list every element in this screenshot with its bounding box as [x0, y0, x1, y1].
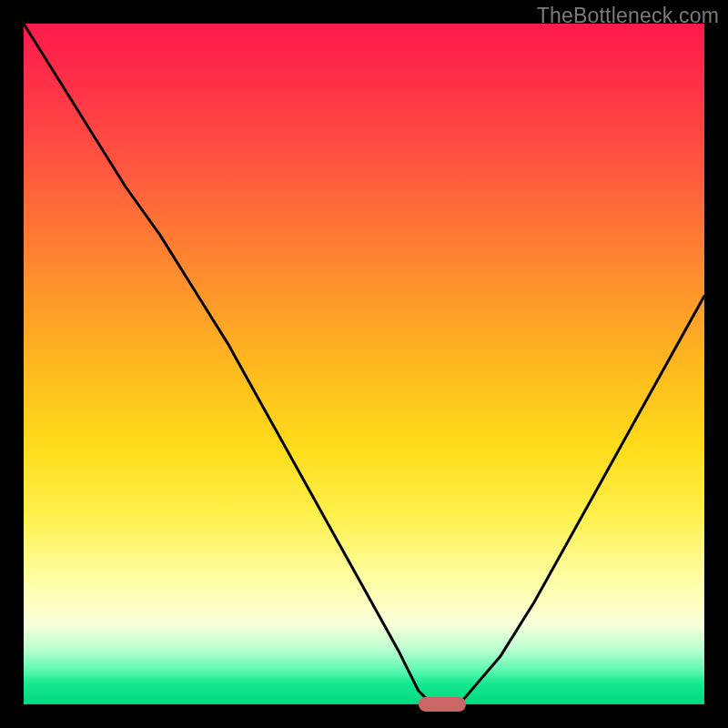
watermark-text: TheBottleneck.com [537, 4, 719, 28]
chart-frame: TheBottleneck.com [0, 0, 728, 728]
plot-area [24, 24, 704, 704]
optimal-marker [419, 697, 466, 712]
curve-svg [24, 24, 704, 704]
bottleneck-curve [24, 24, 704, 704]
